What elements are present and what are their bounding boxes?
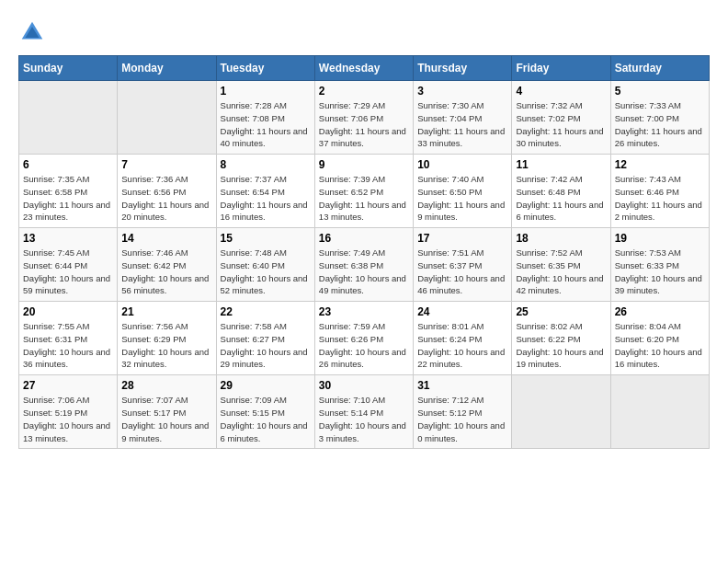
calendar-cell: 17Sunrise: 7:51 AM Sunset: 6:37 PM Dayli… <box>414 228 512 302</box>
logo-icon <box>18 18 46 46</box>
day-number: 2 <box>319 85 409 98</box>
day-number: 16 <box>319 232 409 245</box>
calendar-week-row: 20Sunrise: 7:55 AM Sunset: 6:31 PM Dayli… <box>19 302 710 375</box>
calendar-week-row: 13Sunrise: 7:45 AM Sunset: 6:44 PM Dayli… <box>19 228 710 302</box>
calendar-cell: 8Sunrise: 7:37 AM Sunset: 6:54 PM Daylig… <box>216 155 314 228</box>
column-header-monday: Monday <box>118 56 216 81</box>
day-info: Sunrise: 7:33 AM Sunset: 7:00 PM Dayligh… <box>615 99 705 150</box>
day-number: 15 <box>221 232 311 245</box>
day-info: Sunrise: 7:45 AM Sunset: 6:44 PM Dayligh… <box>23 247 113 297</box>
day-info: Sunrise: 7:10 AM Sunset: 5:14 PM Dayligh… <box>319 394 409 444</box>
calendar-cell: 1Sunrise: 7:28 AM Sunset: 7:08 PM Daylig… <box>216 81 314 155</box>
calendar-cell: 22Sunrise: 7:58 AM Sunset: 6:27 PM Dayli… <box>216 302 314 375</box>
calendar-week-row: 6Sunrise: 7:35 AM Sunset: 6:58 PM Daylig… <box>19 155 710 228</box>
calendar-cell: 24Sunrise: 8:01 AM Sunset: 6:24 PM Dayli… <box>414 302 512 375</box>
calendar-cell <box>512 375 610 449</box>
calendar-cell: 11Sunrise: 7:42 AM Sunset: 6:48 PM Dayli… <box>512 155 610 228</box>
calendar-cell: 14Sunrise: 7:46 AM Sunset: 6:42 PM Dayli… <box>118 228 216 302</box>
day-info: Sunrise: 7:12 AM Sunset: 5:12 PM Dayligh… <box>417 394 507 444</box>
calendar-cell: 3Sunrise: 7:30 AM Sunset: 7:04 PM Daylig… <box>414 81 512 155</box>
calendar-cell: 9Sunrise: 7:39 AM Sunset: 6:52 PM Daylig… <box>314 155 413 228</box>
calendar-cell: 2Sunrise: 7:29 AM Sunset: 7:06 PM Daylig… <box>314 81 413 155</box>
calendar-table: SundayMondayTuesdayWednesdayThursdayFrid… <box>18 55 710 449</box>
column-header-sunday: Sunday <box>19 56 118 81</box>
calendar-cell: 15Sunrise: 7:48 AM Sunset: 6:40 PM Dayli… <box>216 228 314 302</box>
day-info: Sunrise: 7:55 AM Sunset: 6:31 PM Dayligh… <box>23 320 113 371</box>
day-number: 8 <box>221 158 311 171</box>
day-info: Sunrise: 7:46 AM Sunset: 6:42 PM Dayligh… <box>121 247 211 297</box>
day-info: Sunrise: 7:53 AM Sunset: 6:33 PM Dayligh… <box>615 247 705 297</box>
day-number: 20 <box>23 305 113 318</box>
calendar-cell: 4Sunrise: 7:32 AM Sunset: 7:02 PM Daylig… <box>512 81 610 155</box>
day-number: 24 <box>417 305 507 318</box>
day-info: Sunrise: 7:28 AM Sunset: 7:08 PM Dayligh… <box>221 99 311 150</box>
day-info: Sunrise: 7:43 AM Sunset: 6:46 PM Dayligh… <box>615 173 705 224</box>
day-info: Sunrise: 7:32 AM Sunset: 7:02 PM Dayligh… <box>516 99 606 150</box>
day-number: 30 <box>319 379 409 392</box>
logo <box>18 18 50 46</box>
column-header-friday: Friday <box>512 56 610 81</box>
day-info: Sunrise: 7:35 AM Sunset: 6:58 PM Dayligh… <box>23 173 113 224</box>
day-info: Sunrise: 8:01 AM Sunset: 6:24 PM Dayligh… <box>417 320 507 371</box>
day-info: Sunrise: 7:07 AM Sunset: 5:17 PM Dayligh… <box>121 394 211 444</box>
calendar-week-row: 1Sunrise: 7:28 AM Sunset: 7:08 PM Daylig… <box>19 81 710 155</box>
calendar-cell: 30Sunrise: 7:10 AM Sunset: 5:14 PM Dayli… <box>314 375 413 449</box>
calendar-cell: 16Sunrise: 7:49 AM Sunset: 6:38 PM Dayli… <box>314 228 413 302</box>
day-info: Sunrise: 7:48 AM Sunset: 6:40 PM Dayligh… <box>221 247 311 297</box>
day-number: 12 <box>615 158 705 171</box>
day-number: 23 <box>319 305 409 318</box>
day-number: 18 <box>516 232 606 245</box>
calendar-cell <box>19 81 118 155</box>
day-number: 21 <box>121 305 211 318</box>
calendar-cell: 7Sunrise: 7:36 AM Sunset: 6:56 PM Daylig… <box>118 155 216 228</box>
day-number: 1 <box>221 85 311 98</box>
day-info: Sunrise: 7:56 AM Sunset: 6:29 PM Dayligh… <box>121 320 211 371</box>
calendar-cell: 25Sunrise: 8:02 AM Sunset: 6:22 PM Dayli… <box>512 302 610 375</box>
calendar-cell: 6Sunrise: 7:35 AM Sunset: 6:58 PM Daylig… <box>19 155 118 228</box>
day-number: 29 <box>221 379 311 392</box>
calendar-cell: 18Sunrise: 7:52 AM Sunset: 6:35 PM Dayli… <box>512 228 610 302</box>
calendar-cell: 21Sunrise: 7:56 AM Sunset: 6:29 PM Dayli… <box>118 302 216 375</box>
calendar-cell: 27Sunrise: 7:06 AM Sunset: 5:19 PM Dayli… <box>19 375 118 449</box>
calendar-cell: 10Sunrise: 7:40 AM Sunset: 6:50 PM Dayli… <box>414 155 512 228</box>
calendar-header-row: SundayMondayTuesdayWednesdayThursdayFrid… <box>19 56 710 81</box>
day-number: 25 <box>516 305 606 318</box>
calendar-cell: 28Sunrise: 7:07 AM Sunset: 5:17 PM Dayli… <box>118 375 216 449</box>
day-info: Sunrise: 7:49 AM Sunset: 6:38 PM Dayligh… <box>319 247 409 297</box>
day-info: Sunrise: 7:37 AM Sunset: 6:54 PM Dayligh… <box>221 173 311 224</box>
day-number: 26 <box>615 305 705 318</box>
day-info: Sunrise: 7:29 AM Sunset: 7:06 PM Dayligh… <box>319 99 409 150</box>
calendar-cell <box>610 375 709 449</box>
day-info: Sunrise: 8:04 AM Sunset: 6:20 PM Dayligh… <box>615 320 705 371</box>
day-number: 10 <box>417 158 507 171</box>
day-number: 17 <box>417 232 507 245</box>
calendar-cell <box>118 81 216 155</box>
day-info: Sunrise: 7:36 AM Sunset: 6:56 PM Dayligh… <box>121 173 211 224</box>
day-number: 11 <box>516 158 606 171</box>
day-number: 22 <box>221 305 311 318</box>
day-number: 3 <box>417 85 507 98</box>
calendar-cell: 5Sunrise: 7:33 AM Sunset: 7:00 PM Daylig… <box>610 81 709 155</box>
day-info: Sunrise: 7:59 AM Sunset: 6:26 PM Dayligh… <box>319 320 409 371</box>
day-info: Sunrise: 7:09 AM Sunset: 5:15 PM Dayligh… <box>221 394 311 444</box>
calendar-cell: 12Sunrise: 7:43 AM Sunset: 6:46 PM Dayli… <box>610 155 709 228</box>
day-number: 9 <box>319 158 409 171</box>
day-number: 19 <box>615 232 705 245</box>
day-info: Sunrise: 7:51 AM Sunset: 6:37 PM Dayligh… <box>417 247 507 297</box>
day-number: 28 <box>121 379 211 392</box>
calendar-cell: 13Sunrise: 7:45 AM Sunset: 6:44 PM Dayli… <box>19 228 118 302</box>
calendar-cell: 20Sunrise: 7:55 AM Sunset: 6:31 PM Dayli… <box>19 302 118 375</box>
column-header-tuesday: Tuesday <box>216 56 314 81</box>
day-info: Sunrise: 7:30 AM Sunset: 7:04 PM Dayligh… <box>417 99 507 150</box>
day-number: 14 <box>121 232 211 245</box>
day-number: 13 <box>23 232 113 245</box>
day-number: 31 <box>417 379 507 392</box>
calendar-cell: 19Sunrise: 7:53 AM Sunset: 6:33 PM Dayli… <box>610 228 709 302</box>
day-number: 5 <box>615 85 705 98</box>
calendar-week-row: 27Sunrise: 7:06 AM Sunset: 5:19 PM Dayli… <box>19 375 710 449</box>
day-info: Sunrise: 7:40 AM Sunset: 6:50 PM Dayligh… <box>417 173 507 224</box>
day-number: 6 <box>23 158 113 171</box>
day-number: 4 <box>516 85 606 98</box>
column-header-saturday: Saturday <box>610 56 709 81</box>
calendar-cell: 23Sunrise: 7:59 AM Sunset: 6:26 PM Dayli… <box>314 302 413 375</box>
